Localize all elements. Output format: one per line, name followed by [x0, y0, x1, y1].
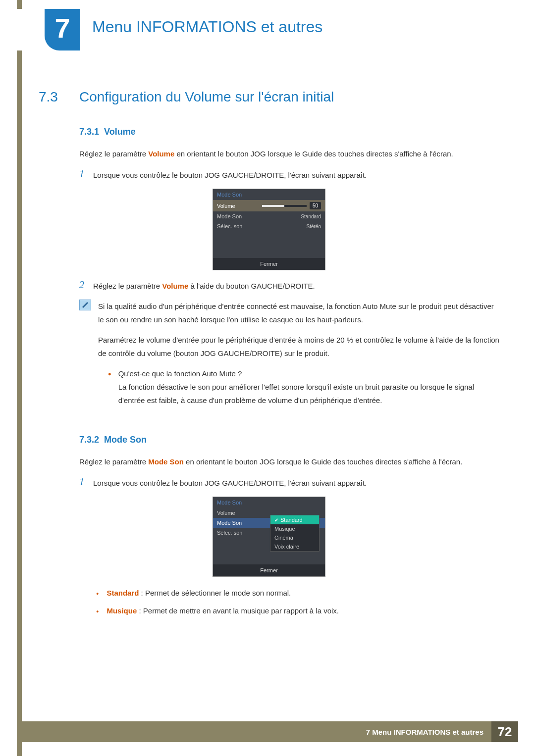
note-block: Si la qualité audio d'un périphérique d'… — [79, 300, 499, 412]
intro-paragraph-2: Réglez le paramètre Mode Son en orientan… — [79, 455, 499, 468]
footer-text: 7 Menu INFORMATIONS et autres — [17, 721, 491, 742]
subsection-title: Mode Son — [104, 435, 147, 445]
osd-header: Mode Son — [213, 497, 325, 508]
subsection-number: 7.3.1 — [79, 127, 99, 137]
step-number: 1 — [79, 476, 93, 488]
footer-page-number: 72 — [491, 721, 518, 742]
step-1b: 1 Lorsque vous contrôlez le bouton JOG G… — [79, 476, 499, 490]
dropdown-option-voix: Voix claire — [270, 542, 319, 551]
section-number: 7.3 — [39, 89, 79, 105]
osd-row-modeson: Mode Son Standard — [213, 211, 325, 221]
bullet-dot: ● — [96, 589, 99, 598]
section-title: Configuration du Volume sur l'écran init… — [79, 89, 334, 104]
volume-value: 50 — [310, 202, 321, 209]
dropdown-option-cinema: Cinéma — [270, 533, 319, 542]
bullet-dot: ● — [108, 369, 111, 379]
left-stripe — [17, 0, 22, 756]
note-bullet: ● Qu'est-ce que la fonction Auto Mute ? … — [108, 367, 499, 407]
dropdown-option-musique: Musique — [270, 524, 319, 533]
mode-bullet-list: ● Standard : Permet de sélectionner le m… — [96, 586, 499, 618]
chapter-number-badge: 7 — [45, 9, 80, 50]
step-text: Lorsque vous contrôlez le bouton JOG GAU… — [93, 168, 499, 182]
note-content: Si la qualité audio d'un périphérique d'… — [98, 300, 499, 412]
osd-close: Fermer — [213, 258, 325, 270]
osd-screenshot-2: Mode Son Volume Mode Son Sélec. son ✔Sta… — [213, 497, 325, 577]
subsection-number: 7.3.2 — [79, 435, 99, 445]
bullet-dot: ● — [96, 607, 99, 616]
volume-slider — [262, 205, 307, 207]
sidebar-cutout — [17, 9, 45, 50]
osd-header: Mode Son — [213, 189, 325, 200]
subsection-title: Volume — [104, 127, 136, 137]
osd-close: Fermer — [213, 564, 325, 576]
section-heading: 7.3Configuration du Volume sur l'écran i… — [39, 89, 499, 105]
subsection-heading-1: 7.3.1Volume — [79, 127, 499, 137]
page-footer: 7 Menu INFORMATIONS et autres 72 — [17, 721, 518, 742]
bullet-standard: ● Standard : Permet de sélectionner le m… — [96, 586, 499, 601]
subsection-heading-2: 7.3.2Mode Son — [79, 435, 499, 445]
bullet-musique: ● Musique : Permet de mettre en avant la… — [96, 604, 499, 618]
step-number: 2 — [79, 279, 93, 291]
step-number: 1 — [79, 168, 93, 180]
intro-paragraph-1: Réglez le paramètre Volume en orientant … — [79, 147, 499, 160]
step-text: Lorsque vous contrôlez le bouton JOG GAU… — [93, 476, 499, 490]
step-text: Réglez le paramètre Volume à l'aide du b… — [93, 279, 499, 293]
note-icon — [79, 300, 91, 310]
osd-row-selec: Sélec. son Stéréo — [213, 221, 325, 231]
chapter-title: Menu INFORMATIONS et autres — [92, 18, 322, 36]
dropdown-option-standard: ✔Standard — [270, 515, 319, 524]
check-icon: ✔ — [274, 517, 278, 523]
osd-screenshot-1: Mode Son Volume 50 Mode Son Standard Sél… — [213, 189, 325, 270]
step-2a: 2 Réglez le paramètre Volume à l'aide du… — [79, 279, 499, 293]
step-1a: 1 Lorsque vous contrôlez le bouton JOG G… — [79, 168, 499, 182]
osd-dropdown: ✔Standard Musique Cinéma Voix claire — [270, 515, 320, 552]
osd-row-volume: Volume 50 — [213, 200, 325, 211]
